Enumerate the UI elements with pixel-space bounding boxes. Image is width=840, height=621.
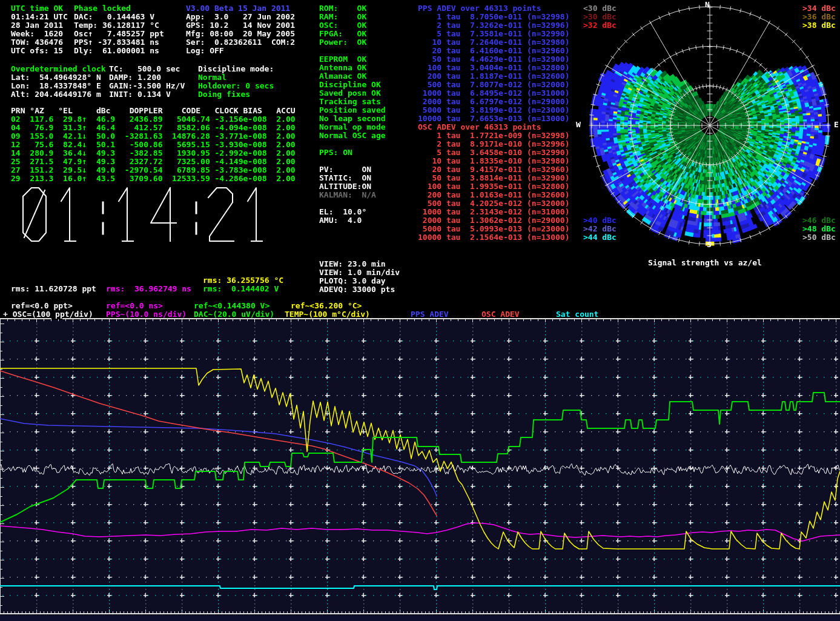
lady-heather-screen: N S W E Signal strength vs az/el UTC tim… [0, 0, 840, 621]
graphics-canvas[interactable] [0, 0, 840, 621]
